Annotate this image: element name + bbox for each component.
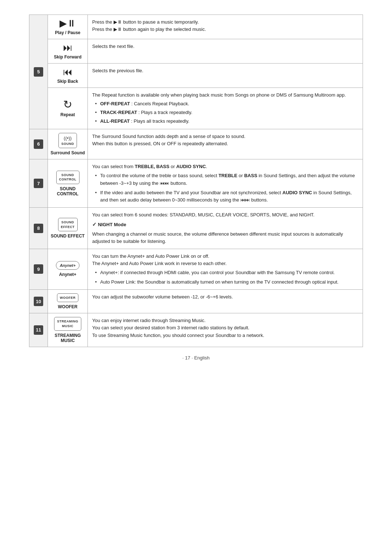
streaming-music-icon: STREAMING MUSIC [54,317,81,330]
play-pause-label: Play / Pause [50,30,85,35]
table-row: 11 STREAMING MUSIC STREAMINGMUSIC You ca… [29,313,363,347]
anynet-desc: You can turn the Anynet+ and Auto Power … [88,249,363,290]
table-row: ↻ Repeat The Repeat function is availabl… [29,88,363,129]
skip-forward-label: Skip Forward [50,54,85,60]
skip-forward-desc: Selects the next file. [88,39,363,64]
row-number-5: 5 [29,15,48,129]
table-row: ⏮ Skip Back Selects the previous file. [29,64,363,88]
table-row: 7 SOUND CONTROL SOUNDCONTROL You can sel… [29,159,363,208]
table-row: 10 WOOFER WOOFER You can adjust the subw… [29,289,363,313]
row-number-7: 7 [29,159,48,208]
repeat-icon-cell: ↻ Repeat [48,88,88,129]
skip-forward-icon-cell: ⏭ Skip Forward [48,39,88,64]
skip-back-icon: ⏮ [63,67,73,77]
sound-effect-icon-cell: SOUND EFFECT SOUND EFFECT [48,208,88,249]
streaming-music-desc: You can enjoy internet radio through Str… [88,313,363,347]
play-pause-icon: ▶⏸ [60,19,76,28]
checkmark-icon: ✓ [92,221,97,227]
repeat-label: Repeat [50,112,85,117]
sound-control-desc: You can select from TREBLE, BASS or AUDI… [88,159,363,208]
surround-sound-label: Surround Sound [50,150,85,155]
sound-effect-label: SOUND EFFECT [50,233,85,239]
sound-control-icon: SOUND CONTROL [56,171,79,184]
woofer-icon: WOOFER [57,293,79,302]
row-number-8: 8 [29,208,48,249]
repeat-icon: ↻ [63,99,72,110]
surround-sound-icon: ((•)) SOUND [58,133,77,149]
anynet-label: Anynet+ [50,272,85,277]
play-pause-icon-cell: ▶⏸ Play / Pause [48,15,88,39]
table-row: 8 SOUND EFFECT SOUND EFFECT You can sele… [29,208,363,249]
anynet-icon: Anynet+ [56,261,80,270]
woofer-label: WOOFER [50,304,85,309]
main-table: 5 ▶⏸ Play / Pause Press the ▶⏸ button to… [29,15,363,347]
table-row: ⏭ Skip Forward Selects the next file. [29,39,363,64]
skip-forward-icon: ⏭ [63,43,73,52]
row-number-9: 9 [29,249,48,290]
sound-control-label: SOUNDCONTROL [50,186,85,196]
repeat-desc: The Repeat function is available only wh… [88,88,363,129]
streaming-music-icon-cell: STREAMING MUSIC STREAMINGMUSIC [48,313,88,347]
footer: · 17 · English [29,355,363,361]
row-number-11: 11 [29,313,48,347]
table-row: 5 ▶⏸ Play / Pause Press the ▶⏸ button to… [29,15,363,39]
table-row: 6 ((•)) SOUND Surround Sound The Surroun… [29,129,363,159]
sound-effect-desc: You can select from 6 sound modes: STAND… [88,208,363,249]
row-number-6: 6 [29,129,48,159]
skip-back-label: Skip Back [50,79,85,84]
woofer-icon-cell: WOOFER WOOFER [48,289,88,313]
row-number-10: 10 [29,289,48,313]
woofer-desc: You can adjust the subwoofer volume betw… [88,289,363,313]
play-pause-desc: Press the ▶⏸ button to pause a music tem… [88,15,363,39]
anynet-icon-cell: Anynet+ Anynet+ [48,249,88,290]
streaming-music-label: STREAMINGMUSIC [50,333,85,343]
skip-back-icon-cell: ⏮ Skip Back [48,64,88,88]
skip-back-desc: Selects the previous file. [88,64,363,88]
page-wrap: 5 ▶⏸ Play / Pause Press the ▶⏸ button to… [29,15,363,361]
surround-sound-icon-cell: ((•)) SOUND Surround Sound [48,129,88,159]
table-row: 9 Anynet+ Anynet+ You can turn the Anyne… [29,249,363,290]
surround-sound-desc: The Surround Sound function adds depth a… [88,129,363,159]
sound-effect-icon: SOUND EFFECT [58,218,78,231]
sound-control-icon-cell: SOUND CONTROL SOUNDCONTROL [48,159,88,208]
